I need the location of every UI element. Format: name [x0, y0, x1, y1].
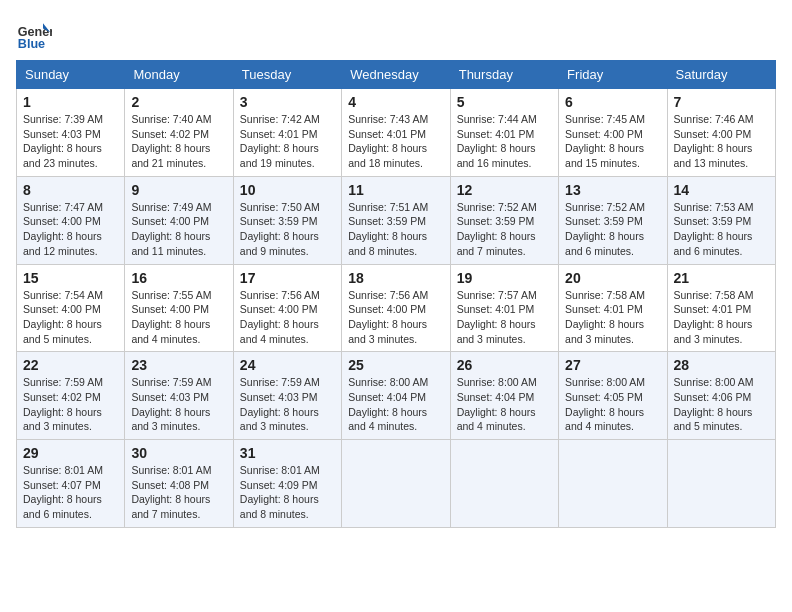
calendar-cell: 7Sunrise: 7:46 AMSunset: 4:00 PMDaylight…	[667, 89, 775, 177]
calendar-cell: 19Sunrise: 7:57 AMSunset: 4:01 PMDayligh…	[450, 264, 558, 352]
day-info: Sunrise: 7:46 AMSunset: 4:00 PMDaylight:…	[674, 112, 769, 171]
day-info: Sunrise: 7:56 AMSunset: 4:00 PMDaylight:…	[348, 288, 443, 347]
day-number: 12	[457, 182, 552, 198]
day-info: Sunrise: 7:39 AMSunset: 4:03 PMDaylight:…	[23, 112, 118, 171]
day-number: 9	[131, 182, 226, 198]
week-row-2: 8Sunrise: 7:47 AMSunset: 4:00 PMDaylight…	[17, 176, 776, 264]
calendar-cell: 10Sunrise: 7:50 AMSunset: 3:59 PMDayligh…	[233, 176, 341, 264]
calendar-cell: 23Sunrise: 7:59 AMSunset: 4:03 PMDayligh…	[125, 352, 233, 440]
day-number: 28	[674, 357, 769, 373]
calendar-cell: 18Sunrise: 7:56 AMSunset: 4:00 PMDayligh…	[342, 264, 450, 352]
weekday-header-sunday: Sunday	[17, 61, 125, 89]
day-info: Sunrise: 8:01 AMSunset: 4:07 PMDaylight:…	[23, 463, 118, 522]
day-number: 23	[131, 357, 226, 373]
calendar-cell: 31Sunrise: 8:01 AMSunset: 4:09 PMDayligh…	[233, 440, 341, 528]
weekday-header-thursday: Thursday	[450, 61, 558, 89]
day-info: Sunrise: 7:58 AMSunset: 4:01 PMDaylight:…	[565, 288, 660, 347]
calendar-cell: 22Sunrise: 7:59 AMSunset: 4:02 PMDayligh…	[17, 352, 125, 440]
calendar-cell: 4Sunrise: 7:43 AMSunset: 4:01 PMDaylight…	[342, 89, 450, 177]
weekday-header-row: SundayMondayTuesdayWednesdayThursdayFrid…	[17, 61, 776, 89]
day-number: 20	[565, 270, 660, 286]
day-number: 1	[23, 94, 118, 110]
calendar-cell	[450, 440, 558, 528]
day-number: 16	[131, 270, 226, 286]
calendar-cell: 21Sunrise: 7:58 AMSunset: 4:01 PMDayligh…	[667, 264, 775, 352]
calendar-cell: 26Sunrise: 8:00 AMSunset: 4:04 PMDayligh…	[450, 352, 558, 440]
day-number: 11	[348, 182, 443, 198]
calendar-cell	[559, 440, 667, 528]
day-info: Sunrise: 8:00 AMSunset: 4:04 PMDaylight:…	[457, 375, 552, 434]
week-row-5: 29Sunrise: 8:01 AMSunset: 4:07 PMDayligh…	[17, 440, 776, 528]
weekday-header-saturday: Saturday	[667, 61, 775, 89]
day-info: Sunrise: 7:44 AMSunset: 4:01 PMDaylight:…	[457, 112, 552, 171]
page-header: General Blue	[16, 16, 776, 52]
day-info: Sunrise: 7:47 AMSunset: 4:00 PMDaylight:…	[23, 200, 118, 259]
calendar-cell: 5Sunrise: 7:44 AMSunset: 4:01 PMDaylight…	[450, 89, 558, 177]
calendar-cell: 15Sunrise: 7:54 AMSunset: 4:00 PMDayligh…	[17, 264, 125, 352]
calendar-cell: 16Sunrise: 7:55 AMSunset: 4:00 PMDayligh…	[125, 264, 233, 352]
day-number: 3	[240, 94, 335, 110]
day-info: Sunrise: 7:49 AMSunset: 4:00 PMDaylight:…	[131, 200, 226, 259]
day-number: 30	[131, 445, 226, 461]
day-info: Sunrise: 7:56 AMSunset: 4:00 PMDaylight:…	[240, 288, 335, 347]
day-info: Sunrise: 7:52 AMSunset: 3:59 PMDaylight:…	[457, 200, 552, 259]
calendar-cell: 8Sunrise: 7:47 AMSunset: 4:00 PMDaylight…	[17, 176, 125, 264]
svg-text:Blue: Blue	[18, 37, 45, 51]
day-info: Sunrise: 7:51 AMSunset: 3:59 PMDaylight:…	[348, 200, 443, 259]
day-info: Sunrise: 7:54 AMSunset: 4:00 PMDaylight:…	[23, 288, 118, 347]
calendar-cell: 25Sunrise: 8:00 AMSunset: 4:04 PMDayligh…	[342, 352, 450, 440]
day-number: 5	[457, 94, 552, 110]
day-info: Sunrise: 7:55 AMSunset: 4:00 PMDaylight:…	[131, 288, 226, 347]
day-number: 4	[348, 94, 443, 110]
day-info: Sunrise: 7:52 AMSunset: 3:59 PMDaylight:…	[565, 200, 660, 259]
day-info: Sunrise: 7:40 AMSunset: 4:02 PMDaylight:…	[131, 112, 226, 171]
day-info: Sunrise: 8:00 AMSunset: 4:05 PMDaylight:…	[565, 375, 660, 434]
calendar-cell: 12Sunrise: 7:52 AMSunset: 3:59 PMDayligh…	[450, 176, 558, 264]
calendar-cell: 2Sunrise: 7:40 AMSunset: 4:02 PMDaylight…	[125, 89, 233, 177]
day-info: Sunrise: 8:00 AMSunset: 4:04 PMDaylight:…	[348, 375, 443, 434]
calendar-cell: 6Sunrise: 7:45 AMSunset: 4:00 PMDaylight…	[559, 89, 667, 177]
day-number: 29	[23, 445, 118, 461]
logo: General Blue	[16, 16, 56, 52]
calendar-cell: 13Sunrise: 7:52 AMSunset: 3:59 PMDayligh…	[559, 176, 667, 264]
calendar-cell: 14Sunrise: 7:53 AMSunset: 3:59 PMDayligh…	[667, 176, 775, 264]
day-number: 8	[23, 182, 118, 198]
day-number: 22	[23, 357, 118, 373]
weekday-header-friday: Friday	[559, 61, 667, 89]
day-number: 18	[348, 270, 443, 286]
calendar-table: SundayMondayTuesdayWednesdayThursdayFrid…	[16, 60, 776, 528]
day-number: 2	[131, 94, 226, 110]
calendar-cell: 30Sunrise: 8:01 AMSunset: 4:08 PMDayligh…	[125, 440, 233, 528]
day-info: Sunrise: 7:45 AMSunset: 4:00 PMDaylight:…	[565, 112, 660, 171]
weekday-header-monday: Monday	[125, 61, 233, 89]
calendar-cell: 11Sunrise: 7:51 AMSunset: 3:59 PMDayligh…	[342, 176, 450, 264]
day-info: Sunrise: 7:59 AMSunset: 4:03 PMDaylight:…	[131, 375, 226, 434]
day-info: Sunrise: 7:59 AMSunset: 4:02 PMDaylight:…	[23, 375, 118, 434]
day-number: 31	[240, 445, 335, 461]
calendar-cell: 1Sunrise: 7:39 AMSunset: 4:03 PMDaylight…	[17, 89, 125, 177]
day-number: 26	[457, 357, 552, 373]
day-number: 13	[565, 182, 660, 198]
calendar-cell: 20Sunrise: 7:58 AMSunset: 4:01 PMDayligh…	[559, 264, 667, 352]
calendar-cell: 28Sunrise: 8:00 AMSunset: 4:06 PMDayligh…	[667, 352, 775, 440]
day-info: Sunrise: 8:01 AMSunset: 4:08 PMDaylight:…	[131, 463, 226, 522]
day-info: Sunrise: 7:50 AMSunset: 3:59 PMDaylight:…	[240, 200, 335, 259]
day-number: 15	[23, 270, 118, 286]
calendar-cell: 17Sunrise: 7:56 AMSunset: 4:00 PMDayligh…	[233, 264, 341, 352]
week-row-3: 15Sunrise: 7:54 AMSunset: 4:00 PMDayligh…	[17, 264, 776, 352]
day-number: 21	[674, 270, 769, 286]
day-number: 14	[674, 182, 769, 198]
calendar-cell: 27Sunrise: 8:00 AMSunset: 4:05 PMDayligh…	[559, 352, 667, 440]
weekday-header-tuesday: Tuesday	[233, 61, 341, 89]
day-info: Sunrise: 7:58 AMSunset: 4:01 PMDaylight:…	[674, 288, 769, 347]
day-number: 25	[348, 357, 443, 373]
week-row-1: 1Sunrise: 7:39 AMSunset: 4:03 PMDaylight…	[17, 89, 776, 177]
calendar-cell	[667, 440, 775, 528]
day-info: Sunrise: 7:42 AMSunset: 4:01 PMDaylight:…	[240, 112, 335, 171]
calendar-cell: 3Sunrise: 7:42 AMSunset: 4:01 PMDaylight…	[233, 89, 341, 177]
day-info: Sunrise: 8:01 AMSunset: 4:09 PMDaylight:…	[240, 463, 335, 522]
day-info: Sunrise: 8:00 AMSunset: 4:06 PMDaylight:…	[674, 375, 769, 434]
day-number: 24	[240, 357, 335, 373]
day-number: 27	[565, 357, 660, 373]
day-info: Sunrise: 7:59 AMSunset: 4:03 PMDaylight:…	[240, 375, 335, 434]
